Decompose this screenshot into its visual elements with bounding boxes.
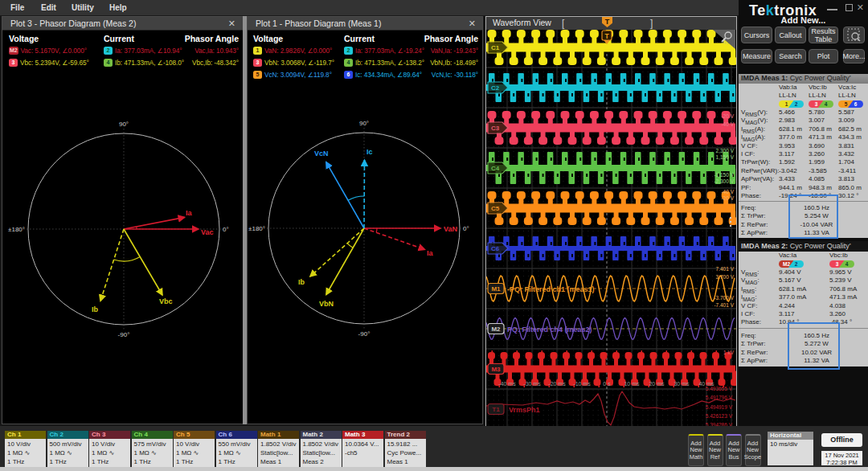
svg-text:Ia: Ia bbox=[186, 209, 193, 217]
svg-text:-10 ms: -10 ms bbox=[573, 381, 591, 387]
svg-text:5.491796 V: 5.491796 V bbox=[706, 395, 733, 400]
svg-text:30 ms: 30 ms bbox=[674, 381, 690, 387]
svg-text:Ia: Ia bbox=[427, 249, 434, 257]
svg-text:-20 V: -20 V bbox=[721, 195, 734, 201]
svg-text:90°: 90° bbox=[359, 120, 369, 127]
svg-text:PQ: Filtered ch4 (meas2): PQ: Filtered ch4 (meas2) bbox=[507, 326, 592, 334]
svg-text:20 ms: 20 ms bbox=[649, 381, 665, 387]
svg-text:T: T bbox=[604, 32, 609, 40]
svg-text:M1: M1 bbox=[491, 285, 501, 293]
svg-text:-PQ: Filtered ch1 (meas1): -PQ: Filtered ch1 (meas1) bbox=[507, 285, 595, 293]
svg-text:1 kV: 1 kV bbox=[723, 350, 735, 355]
svg-text:-40 V: -40 V bbox=[721, 121, 734, 127]
svg-text:C4: C4 bbox=[491, 165, 500, 172]
svg-text:VcN: VcN bbox=[314, 149, 329, 158]
svg-text:5.493655 V: 5.493655 V bbox=[706, 386, 733, 391]
svg-text:90°: 90° bbox=[119, 121, 129, 128]
svg-text:1,150 V: 1,150 V bbox=[716, 154, 735, 160]
svg-text:-90°: -90° bbox=[358, 330, 371, 338]
svg-text:VrmsPh1: VrmsPh1 bbox=[509, 406, 540, 414]
svg-text:C1: C1 bbox=[491, 44, 500, 51]
svg-text:5.426123 V: 5.426123 V bbox=[706, 413, 733, 419]
svg-text:±180°: ±180° bbox=[8, 226, 25, 233]
svg-text:M3: M3 bbox=[491, 366, 501, 373]
svg-text:VaN: VaN bbox=[444, 225, 457, 233]
svg-text:7.401 V: 7.401 V bbox=[716, 266, 735, 272]
svg-text:-7.401 V: -7.401 V bbox=[714, 302, 734, 308]
svg-text:2,300 V: 2,300 V bbox=[716, 148, 735, 154]
svg-text:Ib: Ib bbox=[92, 305, 99, 313]
svg-text:3.700 V: 3.700 V bbox=[716, 274, 735, 280]
svg-text:T1: T1 bbox=[492, 406, 500, 413]
svg-text:-3.700 V: -3.700 V bbox=[714, 295, 734, 301]
svg-text:VbN: VbN bbox=[319, 300, 334, 308]
svg-text:C6: C6 bbox=[491, 245, 500, 252]
svg-text:-40 V: -40 V bbox=[721, 189, 734, 195]
svg-text:0°: 0° bbox=[463, 225, 469, 232]
svg-text:0°: 0° bbox=[223, 226, 229, 233]
svg-text:M2: M2 bbox=[491, 326, 501, 333]
svg-text:-2,300 V: -2,300 V bbox=[714, 178, 734, 184]
svg-text:-1,150 V: -1,150 V bbox=[714, 172, 734, 178]
svg-text:-30 ms: -30 ms bbox=[523, 381, 541, 387]
svg-text:±180°: ±180° bbox=[248, 225, 265, 232]
svg-text:0 s: 0 s bbox=[603, 381, 611, 387]
svg-text:-40 ms: -40 ms bbox=[498, 381, 516, 387]
svg-text:-20 ms: -20 ms bbox=[548, 381, 566, 387]
svg-text:-20 V: -20 V bbox=[721, 113, 734, 119]
svg-text:C5: C5 bbox=[491, 205, 500, 212]
svg-text:Vac: Vac bbox=[201, 228, 214, 236]
svg-text:-90°: -90° bbox=[118, 331, 130, 338]
svg-text:C2: C2 bbox=[491, 84, 500, 92]
svg-text:Ic: Ic bbox=[366, 148, 373, 156]
svg-text:Ib: Ib bbox=[298, 278, 305, 286]
svg-text:C3: C3 bbox=[491, 125, 500, 132]
svg-text:5.494919 V: 5.494919 V bbox=[706, 404, 733, 410]
svg-text:10 ms: 10 ms bbox=[624, 381, 640, 387]
svg-text:Vbc: Vbc bbox=[159, 297, 173, 305]
